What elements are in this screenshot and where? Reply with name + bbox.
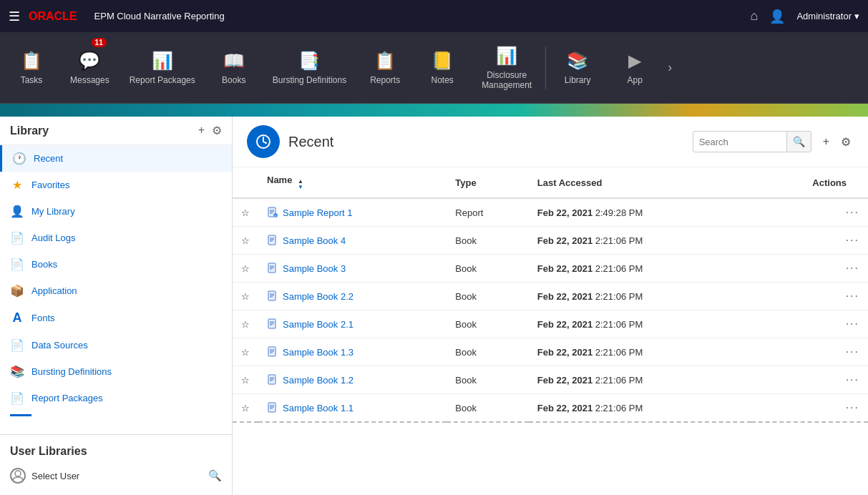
actions-menu-button[interactable]: ··· bbox=[846, 345, 859, 358]
star-cell[interactable]: ☆ bbox=[233, 310, 258, 338]
item-link[interactable]: Sample Book 1.2 bbox=[267, 374, 438, 386]
library-icon: 📚 bbox=[567, 51, 588, 71]
type-cell: Book bbox=[447, 366, 528, 394]
svg-text:r: r bbox=[275, 214, 276, 218]
sidebar-add-icon[interactable]: + bbox=[198, 124, 205, 137]
star-cell[interactable]: ☆ bbox=[233, 394, 258, 423]
star-cell[interactable]: ☆ bbox=[233, 198, 258, 227]
item-name: Sample Book 3 bbox=[283, 263, 346, 274]
sidebar-item-recent[interactable]: 🕐 Recent bbox=[0, 145, 232, 172]
table-header: Name ▲▼ Type Last Accessed Actions bbox=[233, 167, 868, 198]
bursting-nav-icon: 📚 bbox=[10, 365, 24, 378]
type-cell: Book bbox=[447, 338, 528, 366]
tab-library[interactable]: 📚 Library bbox=[549, 32, 606, 103]
time-value: 2:21:06 PM bbox=[595, 403, 643, 413]
actions-menu-button[interactable]: ··· bbox=[846, 234, 859, 247]
item-link[interactable]: Sample Book 4 bbox=[267, 235, 438, 247]
item-link[interactable]: r Sample Report 1 bbox=[267, 207, 438, 219]
select-user[interactable]: Select User bbox=[10, 468, 79, 484]
favorites-icon: ★ bbox=[10, 178, 24, 192]
sidebar-item-bursting-definitions[interactable]: 📚 Bursting Definitions bbox=[0, 358, 232, 385]
actions-menu-button[interactable]: ··· bbox=[846, 401, 859, 414]
actions-menu-button[interactable]: ··· bbox=[846, 262, 859, 275]
tab-notes[interactable]: 📒 Notes bbox=[414, 32, 471, 103]
actions-cell: ··· bbox=[751, 366, 868, 394]
actions-menu-button[interactable]: ··· bbox=[846, 206, 859, 219]
tab-reports[interactable]: 📋 Reports bbox=[356, 32, 414, 103]
time-value: 2:21:06 PM bbox=[595, 291, 643, 302]
name-cell: Sample Book 4 bbox=[258, 227, 447, 255]
name-cell: Sample Book 1.1 bbox=[258, 394, 447, 423]
tab-tasks-label: Tasks bbox=[21, 75, 43, 85]
sidebar-item-books[interactable]: 📄 Books bbox=[0, 251, 232, 278]
time-value: 2:21:06 PM bbox=[595, 319, 643, 330]
sidebar-settings-icon[interactable]: ⚙ bbox=[212, 124, 222, 137]
tab-app[interactable]: ▶ App bbox=[606, 32, 663, 103]
tab-disclosure-label: DisclosureManagement bbox=[482, 70, 532, 90]
item-link[interactable]: Sample Book 2.2 bbox=[267, 290, 438, 303]
actions-menu-button[interactable]: ··· bbox=[846, 290, 859, 303]
star-cell[interactable]: ☆ bbox=[233, 227, 258, 255]
home-icon[interactable]: ⌂ bbox=[751, 9, 759, 24]
add-content-button[interactable]: + bbox=[820, 132, 832, 151]
date-bold: Feb 22, 2021 bbox=[537, 235, 593, 246]
actions-cell: ··· bbox=[751, 283, 868, 310]
sidebar-item-favorites[interactable]: ★ Favorites bbox=[0, 172, 232, 198]
data-sources-icon: 📄 bbox=[10, 338, 24, 352]
report-packages-icon: 📊 bbox=[152, 51, 173, 71]
tab-bursting-definitions[interactable]: 📑 Bursting Definitions bbox=[263, 32, 356, 103]
sidebar-item-data-sources[interactable]: 📄 Data Sources bbox=[0, 332, 232, 358]
user-icon[interactable]: 👤 bbox=[769, 9, 785, 24]
star-cell[interactable]: ☆ bbox=[233, 338, 258, 366]
hamburger-menu[interactable]: ☰ bbox=[9, 9, 20, 24]
name-cell: Sample Book 2.1 bbox=[258, 310, 447, 338]
tab-messages[interactable]: 💬 11 Messages bbox=[60, 32, 120, 103]
tab-tasks[interactable]: 📋 Tasks bbox=[3, 32, 60, 103]
item-link[interactable]: Sample Book 1.1 bbox=[267, 402, 438, 414]
date-cell: Feb 22, 2021 2:21:06 PM bbox=[529, 394, 751, 423]
item-link[interactable]: Sample Book 1.3 bbox=[267, 346, 438, 358]
search-input[interactable] bbox=[693, 134, 786, 150]
sidebar-item-application[interactable]: 📦 Application bbox=[0, 278, 232, 304]
col-name[interactable]: Name ▲▼ bbox=[258, 167, 447, 198]
recent-icon: 🕐 bbox=[12, 152, 26, 165]
tab-disclosure-management[interactable]: 📊 DisclosureManagement bbox=[471, 32, 542, 103]
table-row: ☆ Sample Book 4 Book Feb 22, 2021 2:21:0… bbox=[233, 227, 868, 255]
search-button[interactable]: 🔍 bbox=[786, 131, 811, 152]
table-body: ☆ r Sample Report 1 Report Feb 22, 2021 … bbox=[233, 198, 868, 422]
sidebar-item-report-packages[interactable]: 📄 Report Packages bbox=[0, 385, 232, 411]
settings-content-button[interactable]: ⚙ bbox=[838, 132, 854, 152]
name-cell: Sample Book 3 bbox=[258, 255, 447, 283]
tab-books[interactable]: 📖 Books bbox=[205, 32, 263, 103]
actions-menu-button[interactable]: ··· bbox=[846, 318, 859, 330]
star-cell[interactable]: ☆ bbox=[233, 255, 258, 283]
actions-menu-button[interactable]: ··· bbox=[846, 373, 859, 386]
disclosure-icon: 📊 bbox=[496, 46, 517, 66]
type-cell: Book bbox=[447, 283, 528, 310]
user-menu[interactable]: Administrator ▾ bbox=[796, 11, 859, 21]
content-header: Recent 🔍 + ⚙ bbox=[233, 117, 868, 167]
star-cell[interactable]: ☆ bbox=[233, 283, 258, 310]
item-link[interactable]: Sample Book 2.1 bbox=[267, 318, 438, 330]
user-search-icon[interactable]: 🔍 bbox=[208, 469, 222, 482]
content-table-wrap: Name ▲▼ Type Last Accessed Actions ☆ bbox=[233, 167, 868, 495]
sidebar-item-audit-logs-label: Audit Logs bbox=[31, 232, 75, 243]
tab-report-packages-label: Report Packages bbox=[130, 75, 195, 85]
nav-next-arrow[interactable]: › bbox=[663, 60, 676, 75]
tab-app-label: App bbox=[627, 75, 642, 85]
star-cell[interactable]: ☆ bbox=[233, 366, 258, 394]
search-bar: 🔍 bbox=[693, 131, 811, 152]
user-libraries-title: User Libraries bbox=[0, 442, 232, 464]
report-packages-nav-icon: 📄 bbox=[10, 391, 24, 405]
sidebar-item-my-library-label: My Library bbox=[31, 206, 75, 217]
item-link[interactable]: Sample Book 3 bbox=[267, 263, 438, 275]
sidebar-item-audit-logs[interactable]: 📄 Audit Logs bbox=[0, 225, 232, 251]
date-bold: Feb 22, 2021 bbox=[537, 291, 593, 302]
tab-bursting-label: Bursting Definitions bbox=[273, 75, 346, 85]
time-value: 2:49:28 PM bbox=[595, 207, 643, 218]
file-icon: r bbox=[267, 207, 278, 219]
tab-report-packages[interactable]: 📊 Report Packages bbox=[120, 32, 205, 103]
reports-icon: 📋 bbox=[374, 51, 396, 71]
sidebar-item-my-library[interactable]: 👤 My Library bbox=[0, 198, 232, 225]
sidebar-item-fonts[interactable]: A Fonts bbox=[0, 304, 232, 332]
